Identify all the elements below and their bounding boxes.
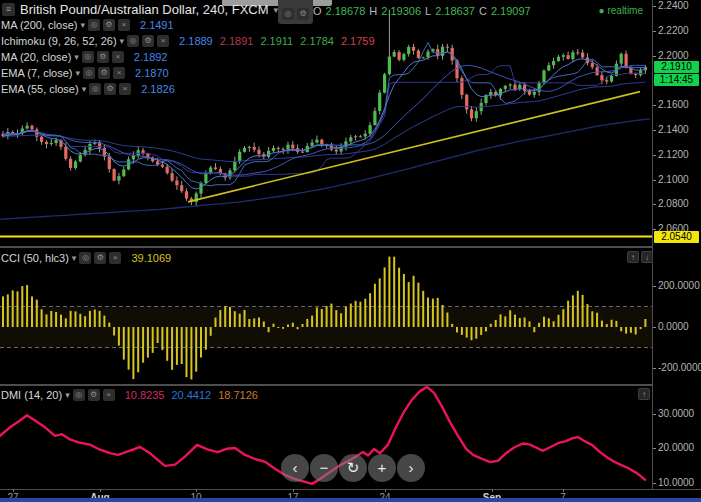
indicator-row: EMA (7, close)▾◎⚙×2.1870 <box>1 66 375 79</box>
level-price-badge: 2.0540 <box>654 231 699 243</box>
indicator-name[interactable]: Ichimoku (9, 26, 52, 26) <box>1 35 117 47</box>
symbol-dropdown-icon[interactable]: ▾ <box>274 5 279 15</box>
eye-icon[interactable]: ◎ <box>79 252 91 264</box>
close-icon[interactable]: × <box>119 83 131 95</box>
cci-indicator-name[interactable]: CCI (50, hlc3) <box>1 252 69 264</box>
cci-axis-label: 200.0000 <box>658 281 700 291</box>
axis-tick <box>653 31 656 32</box>
pan-left-button[interactable]: ‹ <box>281 454 309 482</box>
pane-separator-main-cci[interactable] <box>0 246 652 248</box>
axis-tick <box>653 483 656 484</box>
eye-icon[interactable]: ◎ <box>83 67 95 79</box>
eye-icon[interactable]: ◎ <box>88 19 100 31</box>
indicator-value: 2.1911 <box>260 35 293 47</box>
open-value: 2.18678 <box>326 5 366 17</box>
axis-tick <box>653 448 656 449</box>
zoom-in-button[interactable]: + <box>368 454 396 482</box>
eye-icon[interactable]: ◎ <box>89 83 101 95</box>
chevron-down-icon[interactable]: ▾ <box>82 84 87 94</box>
price-axis-label: 2.1000 <box>658 175 689 185</box>
axis-tick <box>653 180 656 181</box>
symbol-title[interactable]: British Pound/Australian Dollar, 240, FX… <box>20 2 269 17</box>
chevron-down-icon[interactable]: ▾ <box>72 253 77 263</box>
cci-axis-label: -200.0000 <box>658 363 701 373</box>
open-label: O <box>313 5 322 17</box>
chevron-down-icon[interactable]: ▾ <box>76 68 81 78</box>
main-indicator-legend: MA (200, close)▾◎⚙×2.1491Ichimoku (9, 26… <box>1 18 375 98</box>
close-icon[interactable]: × <box>103 389 115 401</box>
chevron-down-icon[interactable]: ▾ <box>65 390 70 400</box>
pan-right-button[interactable]: › <box>397 454 425 482</box>
close-icon[interactable]: × <box>109 252 121 264</box>
move-pane-up-button[interactable]: ↑ <box>638 388 650 400</box>
indicator-name[interactable]: EMA (55, close) <box>1 83 79 95</box>
price-axis-label: 2.1600 <box>658 100 689 110</box>
move-pane-down-button[interactable]: ↓ <box>641 251 653 263</box>
cci-indicator-row: CCI (50, hlc3)▾◎⚙×39.1069 <box>1 251 171 264</box>
eye-icon[interactable]: ◎ <box>73 389 85 401</box>
dmi-indicator-value: 20.4412 <box>171 389 211 401</box>
close-icon[interactable]: × <box>113 67 125 79</box>
indicator-value: 2.1784 <box>300 35 334 47</box>
gear-icon[interactable]: ⚙ <box>94 252 106 264</box>
axis-tick <box>653 204 656 205</box>
reset-chart-button[interactable]: ↻ <box>339 454 367 482</box>
axis-tick <box>653 56 656 57</box>
gear-icon[interactable]: ⚙ <box>142 35 154 47</box>
price-axis-label: 2.2400 <box>658 1 689 11</box>
high-label: H <box>369 5 377 17</box>
gear-icon[interactable]: ⚙ <box>104 83 116 95</box>
price-axis[interactable]: 2.1910 1:14:45 2.0540 2.24002.22002.2000… <box>652 0 701 489</box>
axis-tick <box>653 130 656 131</box>
gear-icon[interactable]: ⚙ <box>103 19 115 31</box>
zoom-out-button[interactable]: − <box>310 454 338 482</box>
dmi-axis-label: 30.0000 <box>658 409 694 419</box>
eye-icon[interactable]: ◎ <box>127 35 139 47</box>
indicator-value: 2.1759 <box>341 35 375 47</box>
axis-tick <box>653 229 656 230</box>
price-axis-label: 2.1400 <box>658 125 689 135</box>
indicator-row: MA (20, close)▾◎⚙×2.1892 <box>1 50 375 63</box>
indicator-name[interactable]: MA (20, close) <box>1 51 71 63</box>
dmi-indicator-row: DMI (14, 20)▾◎⚙×10.823520.441218.7126 <box>1 388 258 401</box>
symbol-menu-icon[interactable]: ≡ <box>2 3 15 16</box>
trendline-drawing[interactable] <box>188 92 640 202</box>
axis-tick <box>653 286 656 287</box>
high-value: 2.19306 <box>381 5 421 17</box>
chevron-down-icon[interactable]: ▾ <box>80 20 85 30</box>
price-axis-label: 2.0800 <box>658 199 689 209</box>
dmi-indicator-name[interactable]: DMI (14, 20) <box>1 389 62 401</box>
axis-tick <box>653 6 656 7</box>
low-value: 2.18637 <box>435 5 475 17</box>
gear-icon[interactable]: ⚙ <box>98 67 110 79</box>
price-axis-label: 2.1200 <box>658 150 689 160</box>
indicator-value: 2.1491 <box>140 19 174 31</box>
move-pane-up-button[interactable]: ↑ <box>627 251 639 263</box>
dmi-axis-label: 10.0000 <box>658 478 694 488</box>
close-icon[interactable]: × <box>157 35 169 47</box>
dmi-axis-label: 20.0000 <box>658 443 694 453</box>
close-label: C <box>479 5 487 17</box>
axis-tick <box>653 105 656 106</box>
dmi-pane-legend: DMI (14, 20)▾◎⚙×10.823520.441218.7126 <box>1 388 258 404</box>
axis-tick <box>653 414 656 415</box>
chevron-down-icon[interactable]: ▾ <box>74 52 79 62</box>
chart-nav-controls: ‹−↻+› <box>281 454 425 482</box>
indicator-row: EMA (55, close)▾◎⚙×2.1826 <box>1 82 375 95</box>
axis-tick <box>653 155 656 156</box>
eye-icon[interactable]: ◎ <box>82 51 94 63</box>
indicator-name[interactable]: MA (200, close) <box>1 19 77 31</box>
gear-icon[interactable]: ⚙ <box>97 51 109 63</box>
price-axis-label: 2.2000 <box>658 51 689 61</box>
close-icon[interactable]: × <box>112 51 124 63</box>
axis-tick <box>653 368 656 369</box>
gear-icon[interactable]: ⚙ <box>88 389 100 401</box>
indicator-value: 2.1870 <box>135 67 169 79</box>
pane-separator-cci-dmi[interactable] <box>0 384 652 386</box>
indicator-name[interactable]: EMA (7, close) <box>1 67 73 79</box>
close-icon[interactable]: × <box>118 19 130 31</box>
dmi-indicator-value: 10.8235 <box>125 389 165 401</box>
chevron-down-icon[interactable]: ▾ <box>120 36 125 46</box>
realtime-indicator: ● realtime <box>599 5 643 16</box>
ohlc-readout: O 2.18678 H 2.19306 L 2.18637 C 2.19097 <box>313 5 531 17</box>
